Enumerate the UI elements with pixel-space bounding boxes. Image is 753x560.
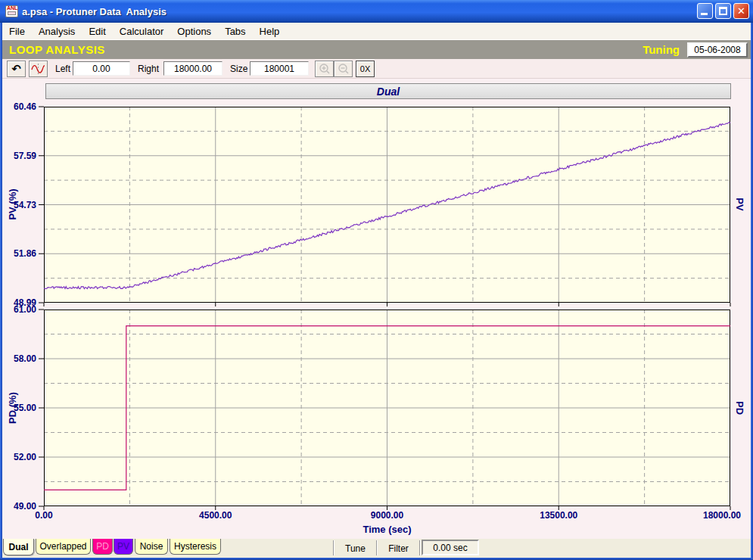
left-input[interactable]: [73, 61, 130, 76]
pv-ytick: 60.46: [14, 101, 36, 112]
pd-ytick: 52.00: [14, 452, 36, 462]
app-icon[interactable]: ANL: [5, 5, 18, 17]
window-title: a.psa - Protuner Data Analysis: [22, 6, 166, 17]
tab-dual[interactable]: Dual: [3, 539, 34, 555]
tune-button[interactable]: Tune: [334, 539, 376, 558]
filter-button[interactable]: Filter: [378, 539, 419, 558]
zoom-out-icon: [338, 63, 350, 75]
menu-bar: File Analysis Edit Calculator Options Ta…: [2, 23, 751, 40]
menu-analysis[interactable]: Analysis: [32, 24, 82, 39]
right-input[interactable]: [163, 61, 222, 76]
chart-title-bar: Dual: [45, 83, 731, 99]
menu-help[interactable]: Help: [253, 24, 287, 39]
x-axis-labels: 0.00 4500.00 9000.00 13500.00 18000.00: [44, 510, 730, 521]
pd-y-axis-title: PD (%): [7, 392, 18, 424]
menu-tabs[interactable]: Tabs: [218, 24, 252, 39]
trend-button[interactable]: [29, 61, 48, 77]
menu-file[interactable]: File: [2, 24, 32, 39]
minimize-button[interactable]: [697, 3, 713, 19]
bottom-tab-bar: Dual Overlapped PD PV Noise Hysteresis T…: [2, 539, 751, 558]
right-label: Right: [138, 64, 159, 74]
menu-calculator[interactable]: Calculator: [113, 24, 171, 39]
zoom-in-icon: [319, 63, 331, 75]
pv-ytick: 51.86: [14, 248, 36, 259]
separator: [419, 540, 421, 555]
protuner-window: ANL a.psa - Protuner Data Analysis ✕ Fil…: [0, 0, 753, 560]
menu-options[interactable]: Options: [170, 24, 218, 39]
tab-pv[interactable]: PV: [114, 539, 133, 555]
tab-noise[interactable]: Noise: [135, 539, 168, 555]
maximize-button[interactable]: [715, 3, 731, 19]
xtick: 18000.00: [703, 510, 741, 521]
toolbar: ↶ Left Right Size: [2, 59, 751, 79]
pd-ytick: 61.00: [14, 304, 36, 315]
undo-zoom-button[interactable]: ↶: [7, 61, 26, 77]
pv-chart-plot[interactable]: [44, 107, 730, 303]
mode-label: Tuning: [643, 43, 680, 56]
page-title: LOOP ANALYSIS: [9, 43, 105, 56]
pd-chart-plot[interactable]: [44, 310, 730, 506]
pv-ytick: 57.59: [14, 151, 36, 161]
pd-ytick: 49.00: [14, 501, 36, 512]
maximize-icon: [719, 7, 727, 15]
close-icon: ✕: [734, 5, 748, 17]
left-label: Left: [55, 64, 70, 74]
reset-zoom-button[interactable]: 0X: [356, 61, 375, 77]
filter-value-box: 0.00 sec: [422, 540, 479, 555]
x-axis-title: Time (sec): [44, 524, 730, 535]
close-button[interactable]: ✕: [733, 3, 749, 19]
title-bar[interactable]: ANL a.psa - Protuner Data Analysis ✕: [0, 0, 753, 23]
window-border-left: [0, 23, 2, 560]
tab-overlapped[interactable]: Overlapped: [36, 539, 91, 555]
pv-y-axis-title: PV (%): [7, 188, 18, 219]
size-label: Size: [230, 64, 247, 74]
loop-analysis-header: LOOP ANALYSIS Tuning 05-06-2008: [2, 40, 751, 59]
tab-pd[interactable]: PD: [92, 539, 113, 555]
trend-curve-icon: [31, 63, 45, 75]
pd-ytick: 58.00: [14, 353, 36, 364]
undo-arrow-icon: ↶: [11, 64, 21, 74]
menu-edit[interactable]: Edit: [82, 24, 112, 39]
chart-title: Dual: [377, 86, 400, 98]
zoom-in-button[interactable]: [315, 61, 334, 77]
app-icon-window-shape: [8, 11, 16, 15]
tab-hysteresis[interactable]: Hysteresis: [170, 539, 221, 555]
xtick: 0.00: [35, 510, 52, 521]
pd-right-axis-title: PD: [734, 401, 745, 415]
minimize-icon: [701, 13, 708, 15]
pv-right-axis-title: PV: [734, 198, 745, 210]
date-display: 05-06-2008: [687, 42, 748, 58]
zoom-out-button[interactable]: [334, 61, 353, 77]
size-input[interactable]: [250, 61, 309, 76]
app-icon-text: ANL: [7, 5, 17, 11]
xtick: 9000.00: [371, 510, 403, 521]
xtick: 4500.00: [199, 510, 232, 521]
xtick: 13500.00: [540, 510, 577, 521]
